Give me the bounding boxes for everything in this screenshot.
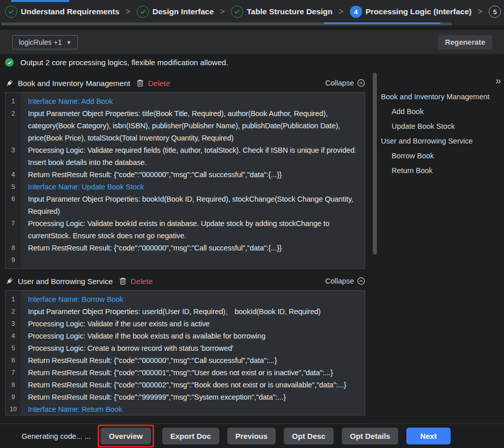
delete-button[interactable]: Delete [131, 277, 153, 286]
code-text: Return RestResult Result: {"code":"00000… [21, 354, 365, 367]
vertical-scrollbar[interactable] [373, 73, 377, 255]
collapse-sidebar-icon[interactable]: » [495, 75, 501, 86]
code-text: Return RestResult Result: {"code":"00000… [21, 169, 365, 181]
outline-item[interactable]: Update Book Stock [380, 119, 504, 134]
outline-sidebar: » Book and Inventory ManagementAdd BookU… [380, 75, 504, 424]
delete-button[interactable]: Delete [148, 79, 170, 88]
line-number: 9 [6, 254, 21, 266]
secondary-toolbar: logicRules +1 ▼ Regenerate [0, 30, 504, 54]
previous-button[interactable]: Previous [227, 428, 276, 444]
code-line: 9Return RestResult Result: {"code":"9999… [6, 391, 365, 403]
collapse-circle-icon [357, 277, 365, 285]
api-plug-icon [5, 277, 14, 286]
outline-item[interactable]: User and Borrowing Service [380, 134, 504, 149]
export-doc-button[interactable]: Export Doc [162, 428, 219, 444]
panel-title: User and Borrowing Service [18, 277, 113, 286]
overview-button[interactable]: Overview [101, 428, 151, 444]
line-number: 4 [6, 169, 21, 181]
interface-name-link: Interface Name: Borrow Book [21, 293, 365, 305]
api-plug-icon [5, 79, 14, 88]
status-row: Output 2 core processing logics, flexibl… [5, 58, 228, 67]
code-text: Processing Logic: Validate if the book e… [21, 330, 365, 342]
code-line: 2Input Parameter Object Properties: user… [6, 305, 365, 318]
step-3[interactable]: Table Structure Design [231, 6, 333, 18]
line-number: 5 [6, 342, 21, 354]
outline-item[interactable]: Return Book [380, 163, 504, 178]
step-separator-icon: > [338, 7, 344, 17]
line-number: 6 [6, 193, 21, 217]
step-5[interactable]: 5Generate S [489, 6, 504, 18]
line-number: 2 [6, 107, 21, 144]
code-text: Input Parameter Object Properties: title… [21, 107, 365, 144]
code-line: 2Input Parameter Object Properties: titl… [6, 107, 365, 144]
outline-item[interactable]: Add Book [380, 104, 504, 119]
code-text: Return RestResult Result: {"code":"00000… [21, 367, 365, 379]
code-text: Input Parameter Object Properties: bookI… [21, 193, 365, 217]
code-line: 5Processing Logic: Create a borrow recor… [6, 342, 365, 354]
code-editor[interactable]: 1Interface Name: Borrow Book2Input Param… [5, 290, 365, 415]
code-text: Input Parameter Object Properties: userI… [21, 305, 365, 318]
line-number: 1 [6, 293, 21, 305]
status-message: Output 2 core processing logics, flexibl… [20, 58, 228, 67]
line-number: 5 [6, 181, 21, 193]
code-line: 3Processing Logic: Validate if the user … [6, 318, 365, 330]
collapse-label: Collapse [325, 277, 354, 285]
regenerate-button[interactable]: Regenerate [438, 35, 492, 49]
code-line: 8Return RestResult Result: {"code":"0000… [6, 242, 365, 254]
step-4[interactable]: 4Processing Logic (Interface) [350, 6, 471, 18]
main-content: Book and Inventory Management Delete Col… [0, 75, 504, 424]
code-line: 4Return RestResult Result: {"code":"0000… [6, 169, 365, 181]
code-editor[interactable]: 1Interface Name: Add Book2Input Paramete… [5, 92, 365, 269]
step-separator-icon: > [477, 7, 483, 17]
interface-name-link: Interface Name: Add Book [21, 95, 365, 107]
opt-details-button[interactable]: Opt Details [342, 428, 398, 444]
code-text: Processing Logic: Validate bookId exists… [21, 217, 365, 242]
panel-header: User and Borrowing Service Delete Collap… [5, 273, 365, 289]
highlight-box: Overview [98, 425, 154, 447]
line-number: 8 [6, 379, 21, 391]
line-number: 6 [6, 354, 21, 367]
code-line: 10Interface Name: Return Book [6, 403, 365, 415]
opt-desc-button[interactable]: Opt Desc [284, 428, 334, 444]
line-number: 3 [6, 144, 21, 169]
top-scroll-indicator [11, 0, 69, 2]
footer-buttons: OverviewExport DocPreviousOpt DescOpt De… [98, 425, 451, 447]
generating-status: Generating code... ... [15, 432, 91, 440]
code-text: Processing Logic: Validate required fiel… [21, 144, 365, 169]
collapse-label: Collapse [325, 79, 354, 87]
code-text [21, 254, 365, 266]
step-separator-icon: > [125, 7, 131, 17]
active-step-underline [324, 22, 440, 24]
next-button[interactable]: Next [406, 428, 451, 444]
code-line: 8Return RestResult Result: {"code":"0000… [6, 379, 365, 391]
stepper-bar: Understand Requirements>Design Interface… [0, 0, 504, 25]
line-number: 7 [6, 217, 21, 242]
outline-item[interactable]: Book and Inventory Management [380, 90, 504, 104]
line-number: 3 [6, 318, 21, 330]
code-line: 6Input Parameter Object Properties: book… [6, 193, 365, 217]
outline-item[interactable]: Borrow Book [380, 149, 504, 163]
code-line: 6Return RestResult Result: {"code":"0000… [6, 354, 365, 367]
collapse-button[interactable]: Collapse [325, 79, 365, 87]
code-line: 1Interface Name: Add Book [6, 95, 365, 107]
interface-name-link: Interface Name: Update Book Stock [21, 181, 365, 193]
step-label: Design Interface [153, 7, 214, 16]
step-label: Table Structure Design [247, 7, 333, 16]
interface-name-link: Interface Name: Return Book [21, 403, 365, 415]
trash-icon[interactable] [119, 277, 127, 285]
step-2[interactable]: Design Interface [137, 6, 214, 18]
chevron-down-icon: ▼ [66, 40, 71, 45]
step-number: 5 [489, 6, 501, 18]
step-label: Understand Requirements [21, 7, 120, 16]
line-number: 2 [6, 305, 21, 318]
panel-header: Book and Inventory Management Delete Col… [5, 75, 365, 91]
line-number: 1 [6, 95, 21, 107]
collapse-button[interactable]: Collapse [325, 277, 365, 285]
logic-rules-dropdown[interactable]: logicRules +1 ▼ [12, 35, 78, 49]
code-line: 1Interface Name: Borrow Book [6, 293, 365, 305]
code-line: 7Processing Logic: Validate bookId exist… [6, 217, 365, 242]
step-1[interactable]: Understand Requirements [5, 6, 120, 18]
step-check-icon [231, 6, 243, 18]
trash-icon[interactable] [136, 79, 144, 87]
footer-bar: Generating code... ... OverviewExport Do… [0, 424, 504, 448]
